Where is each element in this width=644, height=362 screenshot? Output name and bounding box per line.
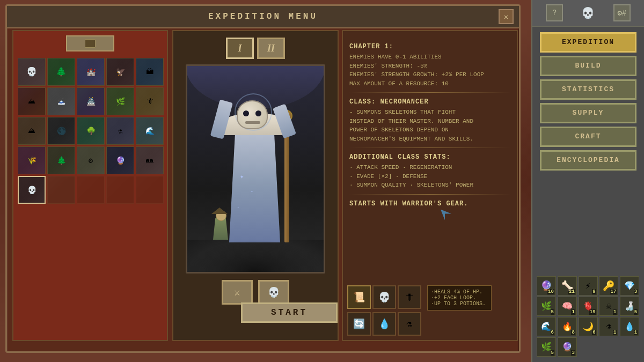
- starts-with: STARTS WITH WARRIOR'S GEAR.: [349, 200, 510, 208]
- map-cell[interactable]: 🌾: [18, 146, 46, 174]
- item-icon-9: ☠: [606, 301, 612, 312]
- encyclopedia-nav-button[interactable]: ENCYCLOPEDIA: [540, 150, 636, 171]
- chapter-2-button[interactable]: II: [257, 38, 285, 59]
- inventory-button[interactable]: [66, 35, 114, 51]
- map-cell[interactable]: 🦅: [106, 58, 134, 86]
- sidebar-item-2[interactable]: 🦴 21: [558, 276, 577, 295]
- sidebar-item-17[interactable]: 🔮 3: [558, 337, 577, 357]
- item-slot-6[interactable]: ⚗: [398, 312, 421, 336]
- stat-line-2: · EVADE [×2] · DEFENSE: [349, 172, 510, 181]
- sidebar-items-grid: 🔮 10 🦴 21 ⚡ 9 🔑 17 💎 3 🌿 5 🧠 1 🫀: [537, 276, 640, 357]
- sidebar-item-1[interactable]: 🔮 10: [537, 276, 556, 295]
- settings-button[interactable]: ⚙#: [613, 4, 631, 21]
- start-button[interactable]: START: [241, 302, 338, 323]
- ground-shadow: [187, 240, 324, 272]
- separator-2: [349, 147, 510, 148]
- item-count-3: 9: [592, 289, 596, 294]
- robe-stars: ✦: [240, 173, 244, 181]
- sidebar-item-14[interactable]: ⚗ 1: [599, 317, 618, 336]
- map-cell: [77, 176, 105, 204]
- expedition-nav-button[interactable]: EXPEDITION: [540, 32, 636, 53]
- sidebar-item-7[interactable]: 🧠 1: [558, 297, 577, 316]
- sword-icon: ⚔: [235, 286, 240, 298]
- item-count-8: 19: [589, 309, 596, 315]
- separator-3: [349, 194, 510, 195]
- item-slot-1[interactable]: 📜: [347, 285, 371, 309]
- map-cell[interactable]: 🗻: [47, 87, 75, 115]
- map-cell[interactable]: 🏔: [136, 58, 164, 86]
- sidebar-item-15[interactable]: 💧 1: [620, 317, 639, 336]
- item-slot-4[interactable]: 🔄: [347, 312, 371, 336]
- item-slot-5[interactable]: 💧: [372, 312, 396, 336]
- map-cell[interactable]: 🌑: [47, 117, 75, 145]
- map-cell[interactable]: 🔮: [106, 146, 134, 174]
- sidebar-item-5[interactable]: 💎 3: [620, 276, 639, 295]
- skull-right-eye: [255, 110, 261, 116]
- map-cell[interactable]: 🏘: [136, 146, 164, 174]
- sidebar-item-6[interactable]: 🌿 5: [537, 297, 556, 316]
- sidebar-item-11[interactable]: 🌊 6: [537, 317, 556, 336]
- class-desc-2: INSTEAD OF THEIR MASTER. NUMBER AND: [349, 117, 510, 126]
- map-cell[interactable]: ⚗: [106, 117, 134, 145]
- map-cell[interactable]: 🌳: [77, 117, 105, 145]
- map-cell[interactable]: 🏰: [77, 58, 105, 86]
- map-cell[interactable]: 🏯: [77, 87, 105, 115]
- item-slot-2[interactable]: 💀: [372, 285, 396, 309]
- map-cell[interactable]: ⚙: [77, 146, 105, 174]
- map-cell[interactable]: 🌊: [136, 117, 164, 145]
- map-cell[interactable]: ⛰: [18, 87, 46, 115]
- sidebar-item-8[interactable]: 🫀 19: [579, 297, 598, 316]
- sidebar-item-3[interactable]: ⚡ 9: [579, 276, 598, 295]
- close-button[interactable]: ✕: [499, 9, 514, 24]
- small-char-body: [213, 218, 228, 240]
- skull-decoration: 💀: [581, 6, 595, 20]
- map-cell[interactable]: 🌿: [106, 87, 134, 115]
- sidebar-item-4[interactable]: 🔑 17: [599, 276, 618, 295]
- sword-button[interactable]: ⚔: [222, 280, 253, 305]
- craft-nav-button[interactable]: CRAFT: [540, 127, 636, 147]
- item-row-1: 📜 💀 🗡 ·HEALS 4% OF HP. ·+2 EACH LOOP. ·U…: [347, 285, 513, 311]
- item-count-7: 1: [571, 309, 575, 315]
- supply-nav-button[interactable]: SUPPLY: [540, 103, 636, 123]
- tooltip-line-2: ·+2 EACH LOOP.: [431, 295, 488, 301]
- statistics-nav-button[interactable]: STATISTICS: [540, 79, 636, 100]
- left-map-panel: 💀 🌲 🏰 🦅 🏔 ⛰ 🗻: [12, 30, 168, 341]
- skull-button[interactable]: 💀: [258, 280, 289, 305]
- character-portrait: ✦ ✦ ✦: [186, 64, 325, 274]
- sidebar-item-10[interactable]: 🍶 5: [620, 297, 639, 316]
- chapter-line-2: ENEMIES' STRENGTH: -5%: [349, 62, 510, 71]
- map-cell[interactable]: 🌲: [47, 58, 75, 86]
- center-character-panel: I II ✦ ✦ ✦: [172, 30, 339, 341]
- build-nav-button[interactable]: BUILD: [540, 56, 636, 76]
- map-cell[interactable]: [47, 176, 75, 204]
- item-icon-3: ⚡: [585, 280, 591, 292]
- stat-line-1: · ATTACK SPEED · REGENERATION: [349, 163, 510, 172]
- separator-1: [349, 92, 510, 93]
- map-cell[interactable]: 🌲: [47, 146, 75, 174]
- right-info-panel: CHAPTER 1: ENEMIES HAVE 0-1 ABILITIES EN…: [342, 30, 518, 341]
- sidebar-item-13[interactable]: 🌙 6: [579, 317, 598, 336]
- skull-head-container: [237, 98, 270, 129]
- chapter-1-button[interactable]: I: [226, 38, 254, 59]
- panel-title: EXPEDITION MENU: [208, 12, 318, 21]
- sidebar-item-12[interactable]: 🔥 8: [558, 317, 577, 336]
- robe-stars-2: ✦: [251, 189, 253, 194]
- map-cell[interactable]: ⛰: [18, 117, 46, 145]
- item-count-15: 1: [634, 330, 638, 335]
- item-row-2: 🔄 💧 ⚗: [347, 312, 513, 336]
- item-slot-3[interactable]: 🗡: [398, 285, 421, 309]
- item-count-14: 1: [613, 330, 617, 335]
- help-button[interactable]: ?: [546, 4, 563, 21]
- map-cell[interactable]: 💀: [18, 58, 46, 86]
- class-title: CLASS: NECROMANCER: [349, 98, 510, 106]
- start-label: START: [271, 308, 308, 317]
- sidebar-nav: EXPEDITION BUILD STATISTICS SUPPLY CRAFT…: [532, 27, 644, 176]
- map-cell[interactable]: 💀: [18, 176, 46, 204]
- skull-icon: 💀: [268, 286, 280, 298]
- item-count-13: 6: [592, 330, 596, 335]
- sidebar-item-9[interactable]: ☠ 1: [599, 297, 618, 316]
- map-cell[interactable]: 🗡: [136, 87, 164, 115]
- tooltip-line-3: ·UP TO 3 POTIONS.: [431, 301, 488, 307]
- expedition-panel: EXPEDITION MENU ✕ 💀 🌲 🏰: [5, 4, 521, 353]
- sidebar-item-16[interactable]: 🌿 5: [537, 337, 556, 357]
